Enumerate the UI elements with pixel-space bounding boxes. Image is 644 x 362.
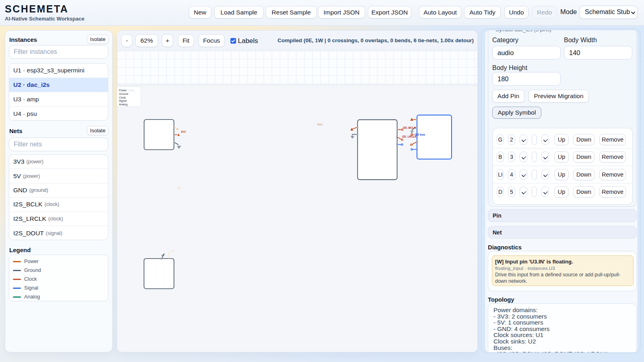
- svg-text:5V: 5V: [171, 250, 174, 253]
- svg-text:3V3: 3V3: [181, 130, 186, 133]
- svg-text:Signal: Signal: [119, 99, 127, 103]
- svg-text:Analog: Analog: [119, 103, 128, 106]
- svg-text:Ground: Ground: [119, 93, 128, 95]
- svg-text:I2S_BCLK: I2S_BCLK: [403, 126, 416, 129]
- svg-text:5V: 5V: [178, 187, 181, 189]
- svg-text:Power: chain: Power: chain: [119, 89, 135, 92]
- svg-text:I2S_LRCLK: I2S_LRCLK: [402, 135, 417, 138]
- svg-text:3V3: 3V3: [317, 123, 322, 126]
- svg-text:Clock: Clock: [119, 96, 126, 99]
